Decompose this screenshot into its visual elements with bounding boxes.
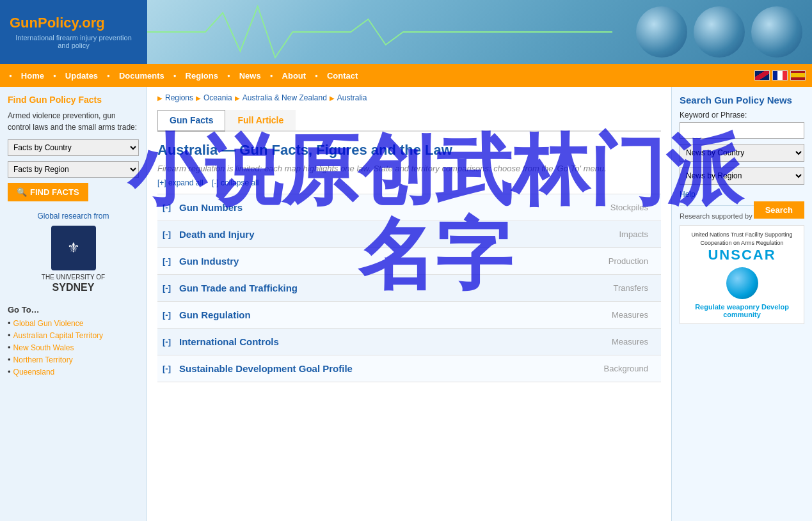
flag-es[interactable] <box>790 70 806 81</box>
main-content: ▶ Regions ▶ Oceania ▶ Australia & New Ze… <box>147 87 671 521</box>
breadcrumb-arrow: ▶ <box>330 95 335 102</box>
search-button[interactable]: Search <box>754 201 804 219</box>
table-row: [-] Gun Trade and Trafficking Transfers <box>157 274 661 301</box>
section-toggle[interactable]: [-] <box>157 329 177 354</box>
tab-full-article[interactable]: Full Article <box>225 110 296 130</box>
nav-news[interactable]: News <box>233 71 267 81</box>
university-crest: ⚜ <box>51 226 96 270</box>
nav-dot: ● <box>315 73 318 79</box>
section-toggle[interactable]: [-] <box>157 302 177 327</box>
section-name[interactable]: Gun Industry <box>177 248 414 274</box>
nav-documents[interactable]: Documents <box>113 71 171 81</box>
breadcrumb-australia[interactable]: Australia <box>337 93 367 102</box>
logo-subtitle: International firearm injury prevention … <box>10 34 138 49</box>
header-banner <box>147 0 812 64</box>
nav-dot: ● <box>173 73 177 79</box>
nav-regions[interactable]: Regions <box>179 71 225 81</box>
nav-updates[interactable]: Updates <box>59 71 104 81</box>
unscar-globe-icon <box>726 267 758 299</box>
section-toggle[interactable]: [-] <box>157 276 177 300</box>
list-item: New South Wales <box>8 343 139 352</box>
section-sub: Production <box>414 249 662 274</box>
university-name: THE UNIVERSITY OF SYDNEY <box>42 273 105 295</box>
nav-about[interactable]: About <box>276 71 313 81</box>
news-by-country-select[interactable]: News by Country <box>680 144 804 162</box>
breadcrumb-anz[interactable]: Australia & New Zealand <box>243 93 327 102</box>
right-sidebar: Search Gun Policy News Keyword or Phrase… <box>671 87 812 521</box>
section-sub: Background <box>414 356 662 381</box>
section-name[interactable]: Sustainable Development Goal Profile <box>177 355 414 382</box>
section-toggle[interactable]: [-] <box>157 195 177 220</box>
breadcrumb-arrow: ▶ <box>196 95 201 102</box>
table-row: [-] Death and Injury Impacts <box>157 221 661 247</box>
goto-global-gun-violence[interactable]: Global Gun Violence <box>13 319 84 328</box>
breadcrumb-oceania[interactable]: Oceania <box>203 93 232 102</box>
flag-fr[interactable] <box>772 70 788 81</box>
nav-bar: ● Home ● Updates ● Documents ● Regions ●… <box>0 64 812 87</box>
section-name[interactable]: Gun Numbers <box>177 194 414 221</box>
globe-1 <box>636 6 687 58</box>
news-by-region-select[interactable]: News by Region <box>680 167 804 185</box>
help-link[interactable]: Help <box>680 190 804 199</box>
goto-act[interactable]: Australian Capital Territory <box>13 331 104 340</box>
keyword-input[interactable] <box>680 122 804 139</box>
keyword-label: Keyword or Phrase: <box>680 111 804 120</box>
university-name-line2: SYDNEY <box>42 281 105 295</box>
sections-list: [-] Gun Numbers Stockpiles [-] Death and… <box>157 194 661 382</box>
nav-dot: ● <box>107 73 110 79</box>
section-sub: Transfers <box>414 276 662 300</box>
unscar-logo: UNSCAR <box>685 247 799 263</box>
goto-nsw[interactable]: New South Wales <box>13 343 74 352</box>
nav-contact[interactable]: Contact <box>321 71 364 81</box>
page-title: Australia — Gun Facts, Figures and the L… <box>157 142 661 159</box>
expand-collapse-bar: [+] expand all [-] collapse all <box>157 178 661 187</box>
breadcrumb: ▶ Regions ▶ Oceania ▶ Australia & New Ze… <box>157 93 661 102</box>
section-toggle[interactable]: [-] <box>157 249 177 274</box>
find-facts-button[interactable]: 🔍 FIND FACTS <box>8 183 88 201</box>
section-sub: Measures <box>414 302 662 327</box>
list-item: Northern Territory <box>8 355 139 364</box>
tab-gun-facts[interactable]: Gun Facts <box>157 110 225 132</box>
sidebar-title-highlight: Facts <box>78 95 102 105</box>
sidebar-description: Armed violence prevention, gun control l… <box>8 110 139 133</box>
search-title: Search Gun Policy News <box>680 95 804 105</box>
find-facts-label: FIND FACTS <box>30 187 79 197</box>
flag-uk[interactable] <box>754 70 770 81</box>
sidebar-title: Find Gun Policy Facts <box>8 95 139 105</box>
header: GunPolicy.org International firearm inju… <box>0 0 812 64</box>
table-row: [-] Gun Industry Production <box>157 247 661 274</box>
un-trust-text: United Nations Trust Facility Supporting… <box>685 231 799 247</box>
goto-qld[interactable]: Queensland <box>13 368 55 377</box>
breadcrumb-regions[interactable]: Regions <box>165 93 193 102</box>
section-name[interactable]: Gun Trade and Trafficking <box>177 275 414 301</box>
collapse-all-link[interactable]: [-] collapse all <box>212 178 259 187</box>
facts-by-country-select[interactable]: Facts by Country <box>8 139 139 156</box>
university-name-line1: THE UNIVERSITY OF <box>42 274 105 281</box>
section-sub: Measures <box>414 329 662 354</box>
nav-dot: ● <box>227 73 230 79</box>
section-name[interactable]: International Controls <box>177 329 414 355</box>
section-toggle[interactable]: [-] <box>157 222 177 247</box>
left-sidebar: Find Gun Policy Facts Armed violence pre… <box>0 87 147 521</box>
heartline-svg <box>147 0 612 64</box>
expand-all-link[interactable]: [+] expand all <box>157 178 203 187</box>
unscar-tagline: Regulate weaponry Develop community <box>685 303 799 318</box>
table-row: [-] Sustainable Development Goal Profile… <box>157 355 661 382</box>
nav-home[interactable]: Home <box>15 71 51 81</box>
list-item: Australian Capital Territory <box>8 330 139 340</box>
breadcrumb-arrow: ▶ <box>157 95 163 102</box>
breadcrumb-arrow: ▶ <box>235 95 240 102</box>
unscar-box: United Nations Trust Facility Supporting… <box>680 225 804 324</box>
magnifier-icon: 🔍 <box>17 187 27 197</box>
table-row: [-] Gun Numbers Stockpiles <box>157 194 661 221</box>
goto-nt[interactable]: Northern Territory <box>13 355 73 364</box>
section-sub: Stockpiles <box>414 195 662 220</box>
nav-flags <box>754 70 806 81</box>
globe-2 <box>694 6 745 58</box>
global-research-label: Global research from <box>8 212 139 221</box>
section-name[interactable]: Gun Regulation <box>177 302 414 328</box>
facts-by-region-select[interactable]: Facts by Region <box>8 161 139 178</box>
right-divider <box>680 205 754 206</box>
section-name[interactable]: Death and Injury <box>177 221 414 247</box>
section-toggle[interactable]: [-] <box>157 356 177 381</box>
